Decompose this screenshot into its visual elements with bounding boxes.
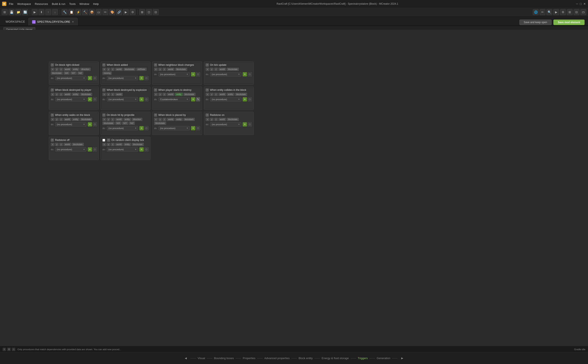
toolbar-right-5[interactable]: ⚙: [560, 9, 566, 15]
card-checkbox-13[interactable]: [102, 139, 105, 142]
toolbar-right-1[interactable]: 🌐: [533, 9, 539, 15]
toolbar-btn-4[interactable]: 🔄: [22, 9, 28, 15]
toolbar-btn-12[interactable]: 🔨: [82, 9, 88, 15]
edit-btn-4[interactable]: ⊡: [93, 97, 97, 101]
edit-btn-6[interactable]: ✎: [196, 97, 200, 101]
menu-help[interactable]: Help: [93, 2, 99, 6]
workspace-tab[interactable]: WORKSPACE: [2, 18, 28, 26]
add-btn-8[interactable]: +: [88, 122, 92, 126]
edit-btn-2[interactable]: ⊡: [196, 72, 200, 76]
toolbar-btn-1[interactable]: ⊞: [2, 9, 8, 15]
toolbar-btn-15[interactable]: ✏: [102, 9, 108, 15]
add-btn-13[interactable]: +: [139, 147, 144, 151]
edit-btn-7[interactable]: ⊡: [247, 97, 252, 101]
nav-item-block-entity[interactable]: Block entity: [298, 357, 314, 360]
do-select-0[interactable]: (no procedure) ▼: [55, 76, 87, 80]
toolbar-btn-9[interactable]: 🔧: [62, 9, 67, 15]
menu-window[interactable]: Window: [80, 2, 89, 6]
toolbar-right-3[interactable]: 🔍: [546, 9, 552, 15]
do-select-2[interactable]: (no procedure) ▼: [159, 72, 190, 76]
toolbar-btn-18[interactable]: ▶: [123, 9, 129, 15]
toolbar-btn-22[interactable]: ⊟: [153, 9, 159, 15]
do-select-5[interactable]: (no procedure) ▼: [107, 97, 138, 101]
add-btn-4[interactable]: +: [88, 97, 92, 101]
add-btn-1[interactable]: +: [139, 76, 144, 80]
tab-close-btn[interactable]: ✕: [72, 20, 74, 23]
edit-btn-13[interactable]: ⊡: [144, 147, 148, 151]
toolbar-btn-19[interactable]: ⚙: [130, 9, 136, 15]
do-select-11[interactable]: (no procedure) ▼: [210, 122, 241, 126]
add-btn-5[interactable]: +: [139, 97, 144, 101]
menu-resources[interactable]: Resources: [35, 2, 48, 6]
menu-workspace[interactable]: Workspace: [17, 2, 31, 6]
edit-btn-11[interactable]: ⊡: [247, 122, 252, 126]
toolbar-btn-21[interactable]: ⊡: [146, 9, 152, 15]
nav-item-generation[interactable]: Generation: [376, 357, 391, 360]
nav-item-advanced[interactable]: Advanced properties: [263, 357, 290, 360]
save-mod-element-btn[interactable]: Save mod element: [553, 20, 585, 25]
nav-next[interactable]: ►: [398, 356, 406, 360]
add-btn-6[interactable]: +: [191, 97, 195, 101]
nav-item-energy[interactable]: Energy & fluid storage: [321, 357, 350, 360]
toolbar-right-4[interactable]: ▶: [553, 9, 559, 15]
edit-btn-12[interactable]: ⊡: [93, 147, 97, 151]
toolbar-right-2[interactable]: ✏: [540, 9, 546, 15]
nav-prev[interactable]: ◄: [182, 356, 190, 360]
nav-item-properties[interactable]: Properties: [242, 357, 256, 360]
menu-tools[interactable]: Tools: [69, 2, 75, 6]
toolbar-btn-6[interactable]: ⬇: [39, 9, 44, 15]
do-select-6[interactable]: Crystalorebroken ▼: [159, 97, 190, 101]
spectralcrystalore-tab[interactable]: SPECTRALCRYSTALORE ✕: [28, 18, 78, 26]
menu-file[interactable]: File: [9, 2, 13, 6]
do-select-13[interactable]: (no procedure) ▼: [107, 147, 138, 151]
toolbar-btn-13[interactable]: 📦: [89, 9, 95, 15]
card-title-text-0: On block right clicked: [55, 64, 79, 66]
settings-icon[interactable]: ⚙: [7, 348, 11, 351]
toolbar-btn-17[interactable]: 🔗: [116, 9, 122, 15]
menu-build-run[interactable]: Build & run: [52, 2, 66, 6]
toolbar-btn-11[interactable]: ⚡: [75, 9, 81, 15]
maximize-btn[interactable]: □: [580, 2, 582, 6]
do-select-10[interactable]: (no procedure) ▼: [159, 126, 190, 130]
do-select-9[interactable]: (no procedure) ▼: [107, 126, 138, 130]
toolbar-btn-2[interactable]: 💾: [8, 9, 14, 15]
add-btn-7[interactable]: +: [243, 97, 247, 101]
add-btn-2[interactable]: +: [191, 72, 195, 76]
toolbar-btn-14[interactable]: 🗂: [96, 9, 102, 15]
do-select-4[interactable]: (no procedure) ▼: [55, 97, 87, 101]
save-keep-open-btn[interactable]: Save and keep open: [519, 20, 552, 25]
edit-btn-5[interactable]: ⊡: [144, 97, 148, 101]
add-btn-9[interactable]: +: [139, 126, 144, 130]
toolbar-btn-10[interactable]: 📋: [68, 9, 74, 15]
edit-btn-0[interactable]: ⊡: [93, 76, 97, 80]
do-select-1[interactable]: (no procedure) ▼: [107, 76, 138, 80]
toolbar-btn-16[interactable]: 🎨: [109, 9, 115, 15]
toolbar-right-6[interactable]: ⊞: [567, 9, 573, 15]
toolbar-btn-8[interactable]: ↓: [52, 9, 58, 15]
toolbar-btn-3[interactable]: 📁: [15, 9, 21, 15]
nav-item-triggers[interactable]: Triggers: [357, 357, 368, 360]
nav-item-bounding[interactable]: Bounding boxes: [213, 357, 235, 360]
edit-btn-3[interactable]: ⊡: [247, 72, 252, 76]
edit-btn-1[interactable]: ⊡: [144, 76, 148, 80]
toolbar-btn-5[interactable]: ▶: [32, 9, 38, 15]
toolbar-btn-20[interactable]: ⊠: [139, 9, 145, 15]
add-btn-10[interactable]: +: [191, 126, 195, 130]
do-select-7[interactable]: (no procedure) ▼: [210, 97, 241, 101]
edit-btn-10[interactable]: ⊡: [196, 126, 200, 130]
close-btn[interactable]: ✕: [583, 2, 586, 6]
edit-btn-8[interactable]: ⊡: [93, 122, 97, 126]
nav-item-visual[interactable]: Visual: [197, 357, 206, 360]
minimize-btn[interactable]: ─: [576, 2, 578, 6]
edit-btn-9[interactable]: ⊡: [144, 126, 148, 130]
add-btn-0[interactable]: +: [88, 76, 92, 80]
do-select-3[interactable]: (no procedure) ▼: [210, 72, 241, 76]
add-btn-3[interactable]: +: [243, 72, 247, 76]
toolbar-right-7[interactable]: ⊟: [574, 9, 580, 15]
toolbar-btn-7[interactable]: ↑: [45, 9, 51, 15]
do-select-8[interactable]: (no procedure) ▼: [55, 122, 87, 126]
toolbar-right-8[interactable]: 🗃: [580, 9, 586, 15]
add-btn-12[interactable]: +: [88, 147, 92, 151]
do-select-12[interactable]: (no procedure) ▼: [55, 147, 87, 151]
add-btn-11[interactable]: +: [243, 122, 247, 126]
